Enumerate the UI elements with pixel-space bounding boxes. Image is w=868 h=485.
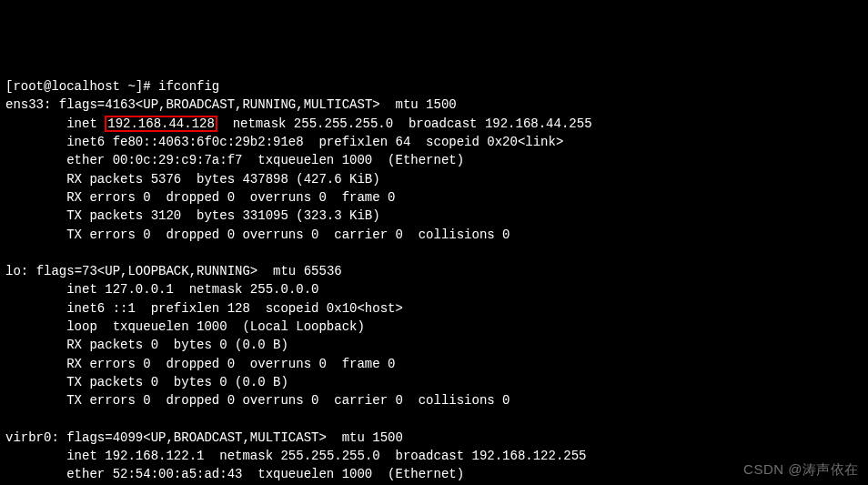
iface-line: RX errors 0 dropped 0 overruns 0 frame 0 [66, 190, 395, 205]
highlighted-ip: 192.168.44.128 [105, 116, 217, 132]
iface-flags: flags=4163<UP,BROADCAST,RUNNING,MULTICAS… [59, 97, 457, 112]
indent [5, 190, 66, 205]
iface-line: TX packets 3120 bytes 331095 (323.3 KiB) [66, 208, 379, 223]
inet-rest: netmask 255.0.0.0 [174, 282, 319, 297]
inet-ip: 192.168.122.1 [105, 449, 204, 463]
iface-flags: flags=73<UP,LOOPBACK,RUNNING> mtu 65536 [36, 264, 342, 278]
inet-label: inet [66, 116, 105, 131]
iface-line: ether 00:0c:29:c9:7a:f7 txqueuelen 1000 … [66, 153, 464, 167]
inet-label: inet [66, 449, 105, 463]
indent [5, 208, 66, 223]
indent [5, 319, 66, 334]
iface-line: TX packets 0 bytes 0 (0.0 B) [66, 375, 288, 389]
inet-rest: netmask 255.255.255.0 broadcast 192.168.… [204, 449, 586, 463]
indent [5, 338, 66, 352]
indent [5, 449, 66, 463]
inet-label: inet [66, 282, 105, 297]
iface-line: RX packets 5376 bytes 437898 (427.6 KiB) [66, 172, 379, 187]
command-text: ifconfig [158, 79, 219, 94]
iface-line: TX errors 0 dropped 0 overruns 0 carrier… [66, 227, 510, 242]
indent [5, 172, 66, 187]
iface-name: virbr0 [5, 430, 51, 445]
iface-lo: lo: flags=73<UP,LOOPBACK,RUNNING> mtu 65… [5, 264, 510, 408]
inet-rest: netmask 255.255.255.0 broadcast 192.168.… [217, 116, 592, 131]
indent [5, 375, 66, 389]
iface-line: RX errors 0 dropped 0 overruns 0 frame 0 [66, 357, 395, 371]
indent [5, 153, 66, 167]
indent [5, 116, 66, 131]
inet-ip: 127.0.0.1 [105, 282, 174, 297]
iface-line: loop txqueuelen 1000 (Local Loopback) [66, 319, 365, 334]
indent [5, 135, 66, 149]
iface-line: inet6 fe80::4063:6f0c:29b2:91e8 prefixle… [66, 135, 563, 149]
iface-line: RX packets 0 bytes 0 (0.0 B) [66, 338, 288, 352]
iface-flags: flags=4099<UP,BROADCAST,MULTICAST> mtu 1… [66, 430, 403, 445]
iface-line: TX errors 0 dropped 0 overruns 0 carrier… [66, 393, 510, 408]
iface-line: inet6 ::1 prefixlen 128 scopeid 0x10<hos… [66, 301, 403, 316]
indent [5, 301, 66, 316]
indent [5, 227, 66, 242]
iface-ens33: ens33: flags=4163<UP,BROADCAST,RUNNING,M… [5, 97, 592, 241]
indent [5, 467, 66, 481]
iface-line: ether 52:54:00:a5:ad:43 txqueuelen 1000 … [66, 467, 464, 481]
indent [5, 357, 66, 371]
indent [5, 282, 66, 297]
indent [5, 393, 66, 408]
iface-name: ens33 [5, 97, 44, 112]
shell-prompt: [root@localhost ~]# [5, 79, 158, 94]
iface-virbr0: virbr0: flags=4099<UP,BROADCAST,MULTICAS… [5, 430, 587, 485]
watermark-text: CSDN @涛声依在 [743, 460, 859, 480]
terminal-output: [root@localhost ~]# ifconfig ens33: flag… [5, 77, 863, 485]
iface-name: lo [5, 264, 21, 278]
